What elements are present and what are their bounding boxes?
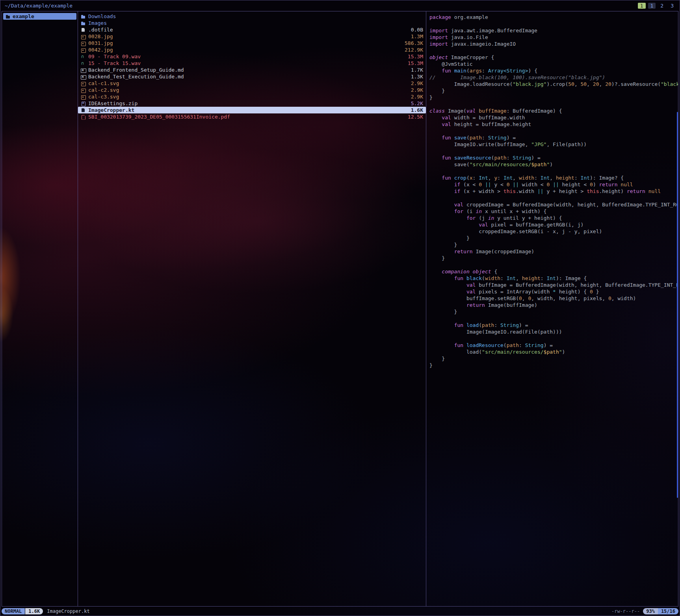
audio-icon <box>81 54 85 59</box>
file-row[interactable]: Backend_Frontend_Setup_Guide.md1.7K <box>78 67 426 73</box>
file-row[interactable]: cal-c1.svg2.9K <box>78 80 426 87</box>
code-line: fun save(path: String) = <box>429 134 678 141</box>
file-name: 0031.jpg <box>88 40 402 46</box>
code-line: val width = buffImage.width <box>429 114 678 121</box>
code-line: if (x < 0 || y < 0 || width < 0 || heigh… <box>429 181 678 188</box>
file-row[interactable]: Backend_Test_Execution_Guide.md1.3K <box>78 73 426 80</box>
file-list-pane[interactable]: DownloadsImages.dotfile0.0B0028.jpg1.3M0… <box>78 11 426 606</box>
file-name: 0042.jpg <box>88 47 402 53</box>
parent-item-example[interactable]: example <box>3 13 76 20</box>
file-name: cal-c2.svg <box>88 87 408 93</box>
code-line <box>429 47 678 54</box>
code-line: fun main(args: Array<String>) { <box>429 67 678 74</box>
markdown-icon <box>81 74 85 79</box>
code-line: Image.loadResource("black.jpg").crop(50,… <box>429 81 678 87</box>
markdown-icon <box>81 68 85 72</box>
file-row[interactable]: Images <box>78 20 426 26</box>
code-line: for (i in x until x + width) { <box>429 208 678 215</box>
code-line: val pixel = buffImage.getRGB(i, j) <box>429 221 678 228</box>
code-line: fun load(path: String) = <box>429 322 678 328</box>
code-line: ImageIO.write(buffImage, "JPG", File(pat… <box>429 141 678 148</box>
image-icon <box>81 88 85 93</box>
code-line: companion object { <box>429 268 678 275</box>
file-size: 1.3K <box>411 74 423 80</box>
code-line: } <box>429 94 678 101</box>
current-path: ~/Data/example/example <box>5 3 72 9</box>
file-row[interactable]: .dotfile0.0B <box>78 26 426 33</box>
preview-scrollbar[interactable] <box>677 112 678 498</box>
code-line <box>429 148 678 154</box>
preview-pane[interactable]: package org.example import java.awt.imag… <box>426 11 678 606</box>
code-line <box>429 262 678 268</box>
audio-icon <box>81 61 85 66</box>
code-line: fun crop(x: Int, y: Int, width: Int, hei… <box>429 174 678 181</box>
file-row[interactable]: ImageCropper.kt1.6K <box>78 107 426 113</box>
file-row[interactable]: 15 - Track 15.wav15.3M <box>78 60 426 67</box>
task-count-badge[interactable]: 1 <box>638 3 646 9</box>
preview-percent-badge: 93% <box>643 608 658 614</box>
code-line: object ImageCropper { <box>429 54 678 61</box>
pdf-icon <box>81 115 85 119</box>
code-line: for (j in y until y + height) { <box>429 215 678 221</box>
zip-icon <box>81 101 85 106</box>
file-name: Backend_Frontend_Setup_Guide.md <box>88 67 408 73</box>
code-line <box>429 195 678 201</box>
file-name: IDEAsettings.zip <box>88 100 408 106</box>
file-name: .dotfile <box>88 27 408 33</box>
file-icon <box>81 28 85 32</box>
file-name: Images <box>88 20 420 26</box>
code-line: // Image.black(100, 100).saveResource("b… <box>429 74 678 81</box>
file-size: 0.0B <box>411 27 423 33</box>
code-line: return Image(croppedImage) <box>429 248 678 255</box>
file-size: 2.9K <box>411 94 423 100</box>
code-line: load("src/main/resources/$path") <box>429 349 678 355</box>
file-row[interactable]: 0042.jpg212.9K <box>78 46 426 53</box>
code-line: croppedImage.setRGB(i - x, j - y, pixel) <box>429 228 678 235</box>
file-row[interactable]: 0031.jpg586.3K <box>78 40 426 46</box>
file-row[interactable]: cal-c3.svg2.9K <box>78 93 426 100</box>
file-row[interactable]: 09 - Track 09.wav15.3M <box>78 53 426 60</box>
image-icon <box>81 34 85 39</box>
code-line <box>429 20 678 27</box>
code-line: } <box>429 255 678 262</box>
file-row[interactable]: cal-c2.svg2.9K <box>78 87 426 93</box>
code-line: Image(ImageIO.read(File(path))) <box>429 328 678 335</box>
file-row[interactable]: Downloads <box>78 13 426 20</box>
image-icon <box>81 81 85 86</box>
file-row[interactable]: 0028.jpg1.3M <box>78 33 426 40</box>
folder-icon <box>6 14 10 19</box>
tab-2[interactable]: 2 <box>658 3 666 9</box>
code-line: fun black(width: Int, height: Int): Imag… <box>429 275 678 282</box>
code-line <box>429 168 678 174</box>
file-name: 09 - Track 09.wav <box>88 54 405 59</box>
statusbar-right: -rw-r--r-- 93% 15/16 <box>611 608 678 614</box>
code-line: } <box>429 355 678 362</box>
code-line: } <box>429 362 678 369</box>
topbar: ~/Data/example/example 1123 <box>5 2 676 9</box>
file-name: cal-c1.svg <box>88 80 408 86</box>
file-row[interactable]: IDEAsettings.zip5.2K <box>78 100 426 107</box>
code-line <box>429 335 678 342</box>
cursor-position-badge: 15/16 <box>658 608 678 614</box>
tab-1[interactable]: 1 <box>648 3 656 9</box>
file-size: 15.3M <box>408 54 423 59</box>
code-line <box>429 315 678 322</box>
code-line <box>429 128 678 134</box>
statusbar-filename: ImageCropper.kt <box>47 609 89 614</box>
file-size: 2.9K <box>411 80 423 86</box>
tab-3[interactable]: 3 <box>668 3 676 9</box>
file-name: ImageCropper.kt <box>88 107 408 113</box>
file-name: Downloads <box>88 13 420 19</box>
code-line <box>429 101 678 108</box>
folder-icon <box>81 14 85 19</box>
file-row[interactable]: SBI_0032013739_2023_DE05_0003155631Invoi… <box>78 113 426 120</box>
status-bar: NORMAL 1.6K ImageCropper.kt -rw-r--r-- 9… <box>2 608 678 615</box>
code-line: } <box>429 235 678 241</box>
parent-item-label: example <box>13 13 34 19</box>
code-line: val height = buffImage.height <box>429 121 678 128</box>
code-line: buffImage.setRGB(0, 0, width, height, pi… <box>429 295 678 302</box>
parent-pane[interactable]: example <box>2 11 78 606</box>
code-line: } <box>429 87 678 94</box>
panes-container: example DownloadsImages.dotfile0.0B0028.… <box>2 11 678 607</box>
file-size: 212.9K <box>405 47 423 53</box>
